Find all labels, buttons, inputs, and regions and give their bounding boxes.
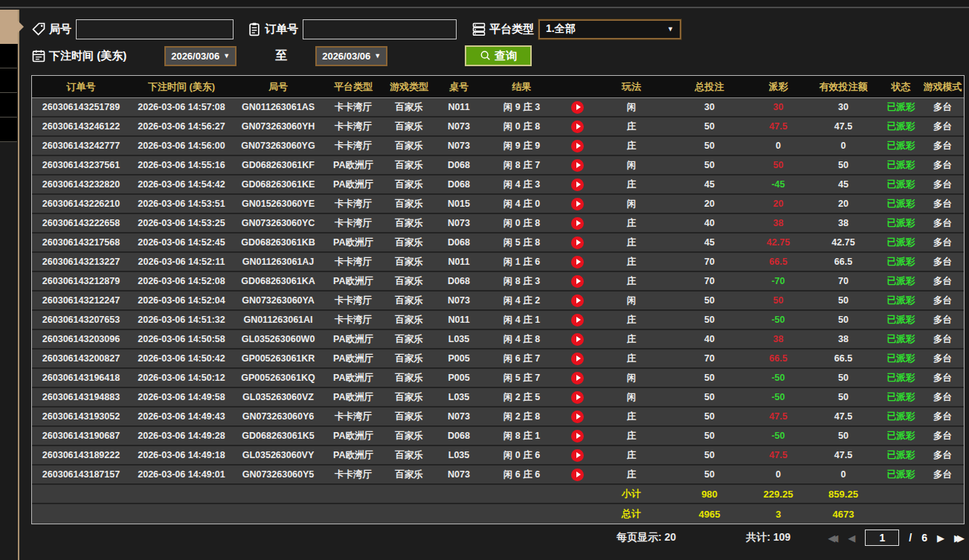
replay-play-icon[interactable] bbox=[571, 101, 584, 114]
cell-total-bet: 50 bbox=[669, 392, 750, 402]
platform-type-select[interactable]: 1.全部 ▼ bbox=[538, 19, 681, 39]
subtotal-valid-bet: 859.25 bbox=[806, 489, 881, 500]
column-header-2: 局号 bbox=[233, 80, 323, 94]
replay-play-icon[interactable] bbox=[571, 256, 584, 268]
replay-play-icon[interactable] bbox=[571, 178, 584, 191]
cell-round-id: GN073263060YA bbox=[233, 295, 323, 306]
page-separator: / bbox=[909, 532, 912, 544]
table-row: 260306143200827 2026-03-06 14:50:42 GP00… bbox=[32, 350, 964, 369]
side-tab-3[interactable] bbox=[0, 93, 17, 118]
cell-total-bet: 50 bbox=[669, 121, 750, 132]
cell-round-id: GD068263061KE bbox=[233, 179, 323, 190]
replay-play-icon[interactable] bbox=[571, 391, 584, 404]
chevron-down-icon: ▼ bbox=[374, 52, 381, 59]
replay-play-icon[interactable] bbox=[571, 449, 584, 462]
cell-status: 已派彩 bbox=[881, 372, 921, 384]
cell-round-id: GP005263061KQ bbox=[233, 373, 323, 383]
order-id-input[interactable] bbox=[303, 19, 457, 39]
cell-valid-bet: 45 bbox=[806, 179, 881, 190]
cell-bet-time: 2026-03-06 14:53:25 bbox=[130, 218, 233, 228]
cell-game-type: 百家乐 bbox=[383, 449, 435, 462]
cell-table-id: D068 bbox=[435, 160, 483, 170]
replay-play-icon[interactable] bbox=[571, 159, 584, 172]
cell-play-type: 闲 bbox=[594, 159, 669, 172]
cell-bet-time: 2026-03-06 14:53:51 bbox=[130, 199, 233, 209]
cell-total-bet: 50 bbox=[669, 373, 750, 383]
replay-play-icon[interactable] bbox=[571, 314, 584, 326]
prev-page-icon[interactable]: ◀ bbox=[848, 533, 855, 543]
next-page-icon[interactable]: ▶ bbox=[937, 533, 944, 543]
date-to-picker[interactable]: 2026/03/06 ▼ bbox=[315, 46, 387, 66]
cell-payout: -45 bbox=[750, 179, 806, 190]
table-row: 260306143207653 2026-03-06 14:51:32 GN01… bbox=[32, 311, 964, 330]
cell-platform-type: PA欧洲厅 bbox=[323, 236, 383, 249]
replay-play-icon[interactable] bbox=[571, 295, 584, 307]
replay-play-icon[interactable] bbox=[571, 198, 584, 210]
subtotal-payout: 229.25 bbox=[750, 489, 806, 500]
cell-payout: -50 bbox=[750, 431, 806, 441]
round-id-input[interactable] bbox=[76, 19, 234, 39]
cell-replay bbox=[561, 120, 594, 133]
query-button[interactable]: 查询 bbox=[465, 45, 532, 66]
replay-play-icon[interactable] bbox=[571, 140, 584, 152]
replay-play-icon[interactable] bbox=[571, 217, 584, 230]
cell-round-id: GN015263060YE bbox=[233, 199, 323, 209]
cell-play-type: 庄 bbox=[594, 411, 669, 423]
cell-round-id: GN073263060YC bbox=[233, 218, 323, 228]
column-header-12: 状态 bbox=[881, 80, 921, 94]
side-tab-2[interactable] bbox=[0, 68, 17, 93]
replay-play-icon[interactable] bbox=[571, 236, 584, 249]
side-tab-4[interactable] bbox=[0, 118, 17, 142]
cell-game-type: 百家乐 bbox=[383, 295, 435, 307]
cell-result: 闲 9 庄 9 bbox=[483, 140, 561, 152]
cell-status: 已派彩 bbox=[881, 391, 921, 404]
cell-game-mode: 多台 bbox=[921, 217, 964, 230]
replay-play-icon[interactable] bbox=[571, 411, 584, 423]
cell-table-id: N073 bbox=[435, 141, 483, 151]
cell-table-id: N011 bbox=[435, 257, 483, 267]
cell-game-type: 百家乐 bbox=[383, 372, 435, 384]
cell-game-mode: 多台 bbox=[921, 140, 964, 152]
cell-game-type: 百家乐 bbox=[383, 430, 435, 442]
cell-result: 闲 9 庄 3 bbox=[483, 101, 561, 114]
replay-play-icon[interactable] bbox=[571, 469, 584, 481]
cell-round-id: GD068263061KF bbox=[233, 160, 323, 170]
cell-valid-bet: 50 bbox=[806, 373, 881, 383]
cell-replay bbox=[561, 236, 594, 249]
column-header-0: 订单号 bbox=[32, 80, 130, 94]
cell-bet-time: 2026-03-06 14:55:16 bbox=[130, 160, 233, 170]
cell-round-id: GL035263060VY bbox=[233, 450, 323, 460]
cell-play-type: 庄 bbox=[594, 217, 669, 230]
replay-play-icon[interactable] bbox=[571, 275, 584, 288]
date-from-picker[interactable]: 2026/03/06 ▼ bbox=[164, 46, 236, 66]
cell-bet-time: 2026-03-06 14:50:58 bbox=[130, 334, 233, 344]
cell-payout: 42.75 bbox=[750, 237, 806, 248]
side-tab-active[interactable] bbox=[0, 10, 18, 44]
cell-valid-bet: 20 bbox=[806, 199, 881, 209]
cell-valid-bet: 47.5 bbox=[806, 121, 881, 132]
replay-play-icon[interactable] bbox=[571, 372, 584, 384]
side-tab-1[interactable] bbox=[0, 44, 17, 68]
last-page-icon[interactable]: ▶▶ bbox=[954, 533, 965, 543]
cell-bet-time: 2026-03-06 14:52:08 bbox=[130, 276, 233, 286]
current-page-input[interactable]: 1 bbox=[865, 530, 899, 546]
cell-game-type: 百家乐 bbox=[383, 159, 435, 172]
replay-play-icon[interactable] bbox=[571, 120, 584, 133]
cell-result: 闲 6 庄 6 bbox=[483, 469, 561, 481]
cell-order-id: 260306143190687 bbox=[32, 431, 130, 441]
table-row: 260306143212247 2026-03-06 14:52:04 GN07… bbox=[32, 292, 964, 311]
cell-total-bet: 20 bbox=[669, 199, 750, 209]
cell-status: 已派彩 bbox=[881, 411, 921, 423]
search-icon bbox=[480, 50, 492, 62]
cell-valid-bet: 50 bbox=[806, 315, 881, 325]
first-page-icon[interactable]: ◀◀ bbox=[828, 533, 838, 543]
replay-play-icon[interactable] bbox=[571, 353, 584, 365]
cell-table-id: N073 bbox=[435, 295, 483, 306]
replay-play-icon[interactable] bbox=[571, 333, 584, 346]
cell-total-bet: 50 bbox=[669, 295, 750, 306]
replay-play-icon[interactable] bbox=[571, 430, 584, 442]
table-row: 260306143226210 2026-03-06 14:53:51 GN01… bbox=[32, 195, 964, 214]
cell-order-id: 260306143251789 bbox=[32, 102, 130, 112]
cell-total-bet: 40 bbox=[669, 334, 750, 344]
cell-table-id: L035 bbox=[435, 450, 483, 460]
